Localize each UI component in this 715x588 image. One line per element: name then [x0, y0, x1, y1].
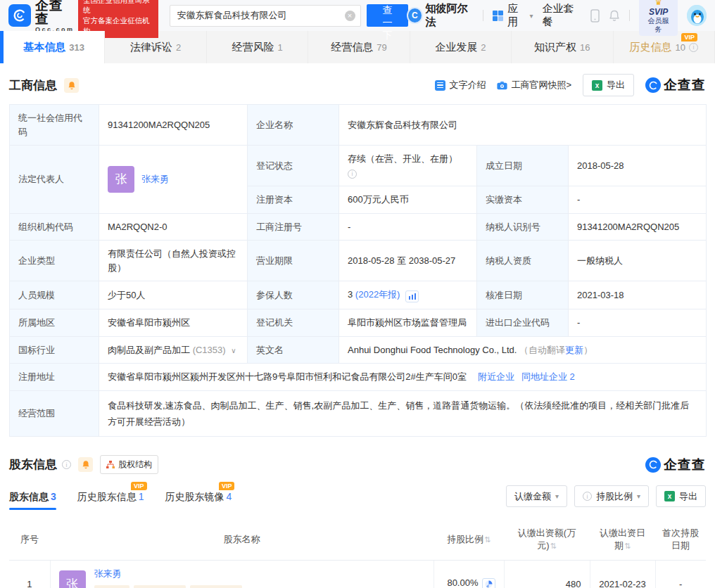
col-shareholder-name: 股东名称: [50, 519, 434, 561]
avatar[interactable]: 张: [59, 570, 86, 588]
shareholders-header: 股东信息 i 股权结构 企查查: [9, 455, 706, 474]
search-button[interactable]: 查一下: [367, 4, 409, 27]
business-info-title: 工商信息: [9, 77, 57, 94]
tab-legal-cases[interactable]: 法律诉讼2: [105, 31, 206, 63]
ratio-cell: 80.00%: [434, 561, 504, 588]
paid-capital-value: -: [569, 186, 707, 214]
excel-icon: x: [592, 80, 602, 91]
tab-company-development[interactable]: 企业发展2: [410, 31, 512, 63]
export-button[interactable]: x 导出: [656, 485, 706, 507]
taxpayer-qualification-value: 一般纳税人: [569, 241, 707, 281]
field-label: 法定代表人: [10, 146, 99, 214]
avatar[interactable]: 张: [108, 166, 134, 193]
enterprise-package-link[interactable]: 企业套餐: [543, 2, 581, 29]
field-label: 纳税人资质: [477, 241, 569, 281]
subscribed-amount-filter[interactable]: 认缴金额 ▾: [506, 485, 567, 507]
region-value: 安徽省阜阳市颍州区: [99, 309, 248, 337]
info-icon[interactable]: i: [348, 170, 357, 179]
registration-status-cell: 存续（在营、开业、在册） i: [339, 146, 477, 186]
registered-address-cell: 安徽省阜阳市颍州区颍州开发区州十七路9号阜阳市恒利和记食品有限公司2#生产车间0…: [99, 364, 707, 391]
field-label: 进出口企业代码: [477, 309, 569, 337]
tab-operation-risk[interactable]: 经营风险1: [207, 31, 308, 63]
field-label: 核准日期: [477, 281, 569, 309]
qcc-logo-text[interactable]: 企查查 Qcc.com: [35, 0, 75, 33]
field-label: 工商注册号: [248, 213, 339, 241]
table-row: 人员规模 少于50人 参保人数 3 (2022年报) 核准日期 2021-03-…: [10, 281, 707, 309]
col-amount[interactable]: 认缴出资额(万元)⇅: [504, 519, 590, 561]
info-icon[interactable]: i: [689, 43, 698, 52]
credit-code-value: 91341200MA2RQQN205: [99, 105, 248, 146]
col-ratio[interactable]: 持股比例⇅: [434, 519, 504, 561]
tab-history-info[interactable]: VIP 历史信息10 i: [614, 31, 715, 63]
info-icon[interactable]: i: [62, 460, 71, 469]
business-info-header: 工商信息 文字介绍 工商官网快照> x 导出 企查查: [9, 74, 706, 96]
table-row: 组织机构代码 MA2RQQN2-0 工商注册号 - 纳税人识别号 9134120…: [10, 213, 707, 241]
sort-icon: ⇅: [624, 542, 631, 550]
user-avatar[interactable]: [687, 5, 707, 26]
subscribe-date-cell: 2021-02-23: [590, 561, 655, 588]
equity-structure-button[interactable]: 股权结构: [100, 455, 158, 474]
table-header-row: 序号 股东名称 持股比例⇅ 认缴出资额(万元)⇅ 认缴出资日期⇅ 首次持股日期: [9, 519, 706, 561]
tab-basic-info[interactable]: 基本信息313: [4, 31, 105, 63]
search-input[interactable]: [170, 5, 361, 27]
col-subscribe-date[interactable]: 认缴出资日期⇅: [590, 519, 655, 561]
qcc-watermark-icon: [645, 77, 661, 93]
translate-update-link[interactable]: 更新: [565, 345, 583, 355]
shareholder-name-link[interactable]: 张来勇: [94, 568, 122, 579]
caret-down-icon: ▾: [530, 12, 533, 20]
field-label: 营业期限: [248, 241, 339, 281]
subtab-shareholders[interactable]: 股东信息3: [9, 491, 56, 510]
company-name-value: 安徽东辉食品科技有限公司: [339, 105, 707, 146]
export-button[interactable]: x 导出: [583, 74, 634, 96]
qcc-watermark: 企查查: [645, 76, 706, 94]
annual-report-link[interactable]: (2022年报): [355, 289, 400, 300]
subtab-history-shareholders[interactable]: VIP 历史股东信息1: [77, 491, 144, 510]
notification-bell-icon[interactable]: [609, 10, 620, 22]
shareholding-ratio-filter[interactable]: i 持股比例 ▾: [574, 485, 649, 507]
caret-down-icon: ▾: [637, 492, 640, 500]
legal-representative-link[interactable]: 张来勇: [141, 172, 169, 186]
registration-authority-value: 阜阳市颍州区市场监督管理局: [339, 309, 477, 337]
mobile-app-icon[interactable]: [590, 9, 600, 23]
vip-badge: VIP: [131, 482, 147, 490]
field-label: 人员规模: [10, 281, 99, 309]
field-label: 英文名: [248, 336, 339, 364]
tag-major-shareholder: 大股东: [94, 585, 129, 588]
field-label: 实缴资本: [477, 186, 569, 214]
tab-intellectual-property[interactable]: 知识产权16: [512, 31, 613, 63]
apps-menu[interactable]: 应用 ▾: [493, 2, 533, 29]
trend-chart-icon[interactable]: [405, 290, 419, 302]
field-label: 登记机关: [248, 309, 339, 337]
business-info-table: 统一社会信用代码 91341200MA2RQQN205 企业名称 安徽东辉食品科…: [9, 104, 707, 437]
reg-number-value: -: [339, 213, 477, 241]
tag-actual-controller: 实际控制人: [134, 585, 186, 588]
field-label: 国标行业: [10, 336, 99, 364]
tab-operation-info[interactable]: 经营信息79: [308, 31, 410, 63]
clear-search-icon[interactable]: ×: [345, 11, 355, 21]
company-tab-bar: 基本信息313 法律诉讼2 经营风险1 经营信息79 企业发展2 知识产权16 …: [0, 31, 715, 63]
tag-beneficial-owner: 受益所有人: [190, 585, 242, 588]
table-row: 国标行业 肉制品及副产品加工 (C1353) ∨ 英文名 Anhui Dongh…: [10, 336, 707, 364]
field-label: 经营范围: [10, 390, 99, 437]
subtab-history-mirror[interactable]: VIP 历史股东镜像4: [165, 491, 232, 510]
field-label: 成立日期: [477, 146, 569, 186]
monitor-bell-icon[interactable]: [64, 78, 79, 93]
insured-count-cell: 3 (2022年报): [339, 281, 477, 309]
shareholders-title: 股东信息: [9, 456, 57, 473]
company-type-value: 有限责任公司（自然人投资或控股）: [99, 241, 248, 281]
zhibi-alpha-link[interactable]: C 知彼阿尔法: [408, 2, 474, 29]
same-address-companies-link[interactable]: 同地址企业 2: [521, 371, 575, 382]
nearby-companies-link[interactable]: 附近企业: [478, 371, 514, 382]
document-icon: [435, 80, 445, 91]
official-snapshot-link[interactable]: 工商官网快照>: [497, 79, 571, 91]
monitor-bell-icon[interactable]: [78, 457, 93, 472]
industry-cell[interactable]: 肉制品及副产品加工 (C1353) ∨: [99, 336, 248, 364]
camera-icon: [497, 81, 507, 90]
shareholders-table: 序号 股东名称 持股比例⇅ 认缴出资额(万元)⇅ 认缴出资日期⇅ 首次持股日期 …: [9, 519, 706, 588]
text-intro-link[interactable]: 文字介绍: [435, 79, 486, 91]
pie-chart-icon[interactable]: [482, 578, 495, 588]
col-index: 序号: [9, 519, 50, 561]
legal-representative-cell: 张 张来勇: [99, 146, 248, 214]
qcc-watermark: 企查查: [645, 456, 706, 474]
qcc-logo-icon[interactable]: [8, 4, 31, 27]
